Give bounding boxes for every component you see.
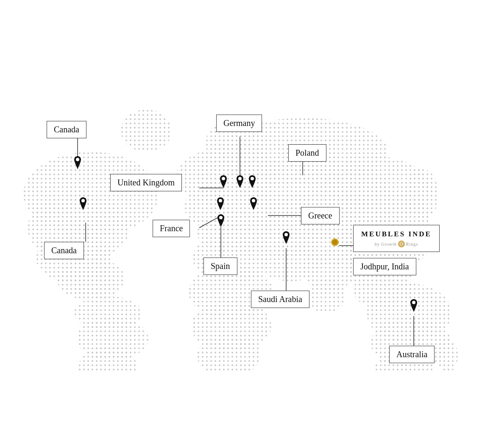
logo-jodhpur-box: Meubles Inde by Growth Rings (353, 225, 440, 252)
label-united-kingdom: United Kingdom (110, 174, 182, 191)
svg-point-5 (72, 271, 114, 296)
label-australia: Australia (389, 346, 435, 363)
label-germany: Germany (216, 115, 262, 132)
pin-united-kingdom (218, 175, 228, 188)
svg-point-54 (238, 177, 242, 180)
svg-point-33 (307, 279, 346, 313)
pin-greece (248, 197, 259, 210)
svg-point-51 (76, 158, 79, 161)
svg-point-59 (284, 233, 288, 236)
svg-point-10 (121, 109, 172, 152)
growth-rings-icon (398, 241, 405, 247)
pin-spain (216, 214, 226, 227)
label-spain: Spain (203, 258, 237, 275)
logo-subtitle: by Growth Rings (361, 241, 432, 247)
svg-point-17 (195, 169, 212, 194)
logo-title-meubles: Meubles Inde (361, 230, 432, 238)
pin-canada (72, 156, 83, 169)
label-saudi-arabia: Saudi Arabia (251, 291, 309, 308)
pin-poland (247, 175, 257, 188)
svg-point-56 (219, 199, 222, 202)
label-jodhpur-india: Jodhpur, India (353, 258, 416, 275)
svg-point-53 (222, 177, 225, 180)
svg-point-55 (251, 177, 254, 180)
svg-point-30 (405, 169, 439, 220)
dot-jodhpur-india (331, 238, 339, 246)
pin-united-states (78, 197, 88, 210)
pin-saudi-arabia (281, 231, 291, 244)
label-poland: Poland (288, 144, 326, 162)
label-canada-box: Canada (47, 121, 86, 138)
svg-point-57 (252, 199, 255, 202)
pin-germany (235, 175, 245, 188)
svg-point-52 (81, 199, 85, 202)
svg-point-63 (401, 243, 402, 245)
pin-australia (409, 299, 419, 312)
svg-point-39 (437, 339, 458, 372)
svg-point-58 (219, 216, 223, 219)
label-france: France (153, 220, 190, 237)
label-greece: Greece (301, 207, 340, 224)
svg-point-60 (412, 301, 415, 304)
map-container: Canada Canada United Kingdom France Germ… (0, 0, 496, 448)
pin-france (215, 197, 226, 210)
label-united-states: Canada (44, 242, 84, 259)
